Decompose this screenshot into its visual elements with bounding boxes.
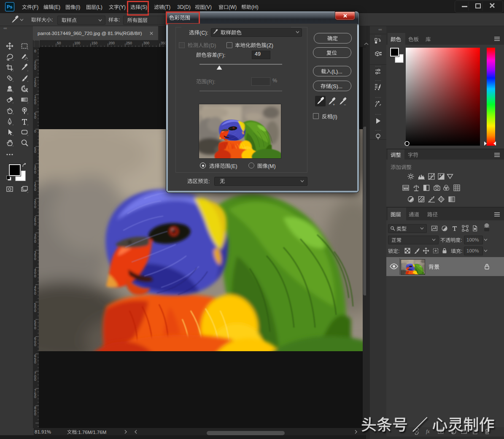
svg-text:+: + — [333, 103, 335, 106]
svg-text:(Z): (Z) — [267, 42, 273, 48]
svg-text:(T): (T) — [164, 4, 170, 10]
svg-text:(C):: (C): — [199, 30, 208, 35]
svg-text::: : — [461, 248, 462, 254]
svg-text:(L)...: (L)... — [332, 68, 342, 74]
svg-text::: : — [208, 178, 210, 184]
svg-text::: : — [398, 248, 399, 254]
svg-text:(S)...: (S)... — [331, 83, 342, 89]
svg-text:(V): (V) — [205, 4, 212, 10]
svg-text:(H): (H) — [251, 4, 259, 10]
svg-text::: : — [119, 17, 120, 23]
svg-text:3D(D): 3D(D) — [177, 4, 191, 10]
svg-text:(E): (E) — [230, 163, 237, 169]
svg-text::: : — [461, 237, 462, 243]
svg-text:−: − — [344, 103, 346, 106]
svg-text::: : — [51, 17, 53, 23]
svg-text:(I): (I) — [75, 4, 80, 10]
svg-text:(L): (L) — [96, 4, 102, 10]
svg-text:(I): (I) — [332, 114, 337, 119]
svg-text:(E): (E) — [54, 4, 60, 10]
svg-text:(D): (D) — [209, 42, 216, 48]
svg-text::1.76M/1.76M: :1.76M/1.76M — [77, 430, 106, 435]
svg-text:(W): (W) — [229, 4, 237, 10]
svg-text:(Y): (Y) — [119, 4, 126, 10]
svg-text:(F):: (F): — [217, 52, 225, 58]
svg-text:(M): (M) — [268, 163, 276, 169]
svg-text:(R):: (R): — [207, 79, 216, 84]
